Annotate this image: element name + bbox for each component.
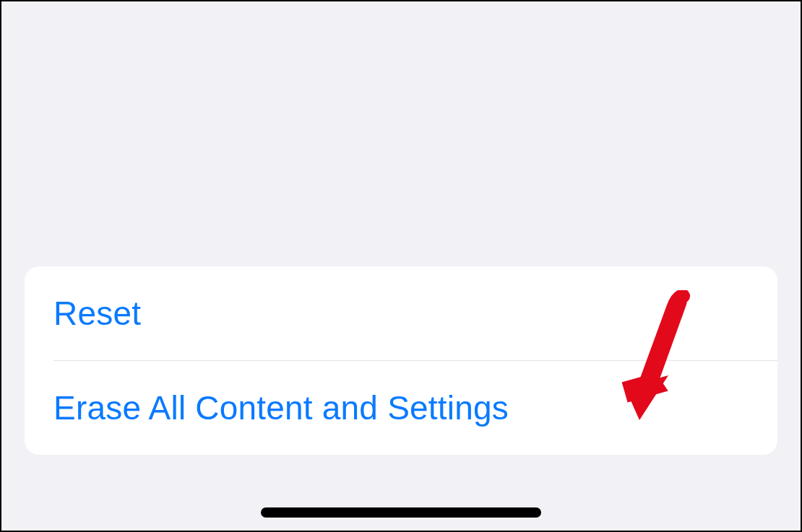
reset-row[interactable]: Reset xyxy=(25,266,777,360)
settings-group: Reset Erase All Content and Settings xyxy=(25,266,777,455)
erase-all-content-label: Erase All Content and Settings xyxy=(53,388,509,427)
home-indicator[interactable] xyxy=(261,507,541,518)
reset-label: Reset xyxy=(53,294,141,333)
erase-all-content-row[interactable]: Erase All Content and Settings xyxy=(25,361,777,455)
